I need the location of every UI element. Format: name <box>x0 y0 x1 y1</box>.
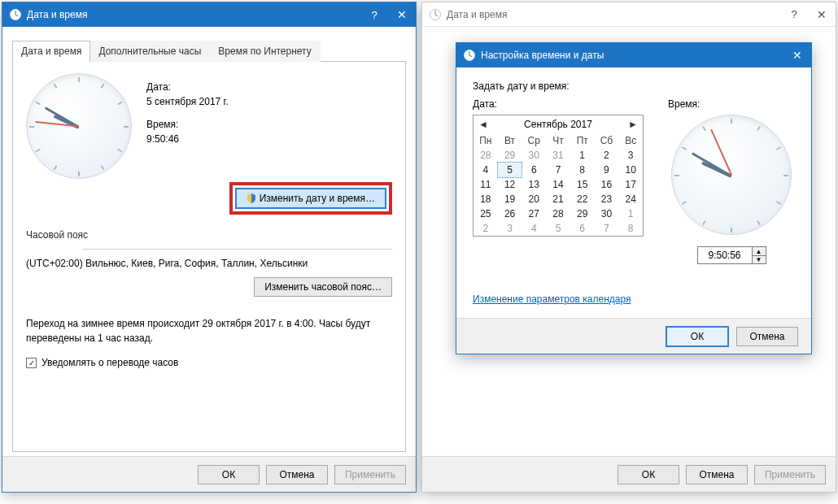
calendar-dow: Вт <box>498 133 522 148</box>
calendar-day[interactable]: 4 <box>522 221 546 236</box>
calendar-day[interactable]: 22 <box>570 192 595 206</box>
calendar-day[interactable]: 26 <box>498 206 522 221</box>
time-label: Время: <box>146 119 392 130</box>
timezone-section-title: Часовой пояс <box>26 229 88 241</box>
calendar-day[interactable]: 17 <box>618 177 643 192</box>
inner-dialog-titlebar: Настройка времени и даты ✕ <box>456 43 811 67</box>
tab-pane: Дата: 5 сентября 2017 г. Время: 9:50:46 … <box>12 62 406 452</box>
inner-dialog-title: Настройка времени и даты <box>481 50 783 61</box>
checkbox-icon: ✓ <box>26 358 37 368</box>
tab-row: Дата и время Дополнительные часы Время п… <box>12 40 406 62</box>
time-column-label: Время: <box>668 98 700 110</box>
calendar-day[interactable]: 5 <box>498 163 522 177</box>
calendar-day[interactable]: 15 <box>570 177 595 192</box>
calendar-day[interactable]: 16 <box>595 177 619 192</box>
date-time-window-left: Дата и время ? ✕ Дата и время Дополнител… <box>2 2 417 493</box>
time-input[interactable] <box>698 247 752 263</box>
calendar-day[interactable]: 8 <box>570 163 595 177</box>
change-timezone-button[interactable]: Изменить часовой пояс… <box>254 277 392 297</box>
calendar-day[interactable]: 1 <box>570 148 595 163</box>
cancel-button[interactable]: Отмена <box>686 465 748 484</box>
calendar-day[interactable]: 27 <box>522 206 546 221</box>
cancel-button[interactable]: Отмена <box>266 465 328 484</box>
calendar-day[interactable]: 3 <box>618 148 643 163</box>
spinner-up-button[interactable]: ▲ <box>753 247 766 255</box>
calendar-day[interactable]: 28 <box>546 206 570 221</box>
notify-checkbox-row[interactable]: ✓ Уведомлять о переводе часов <box>26 357 178 368</box>
analog-clock-right <box>671 115 792 235</box>
change-date-time-button-label: Изменить дату и время… <box>260 193 375 204</box>
dialog-footer-left: ОК Отмена Применить <box>2 456 416 492</box>
calendar-day[interactable]: 23 <box>595 192 619 206</box>
calendar-dow: Ср <box>522 133 546 148</box>
calendar-day[interactable]: 7 <box>546 163 570 177</box>
help-button[interactable]: ? <box>360 2 388 27</box>
ok-button[interactable]: ОК <box>666 327 728 346</box>
calendar-day[interactable]: 7 <box>595 221 619 236</box>
date-label: Дата: <box>146 81 392 93</box>
tab-date-time[interactable]: Дата и время <box>12 41 90 62</box>
prev-month-button[interactable]: ◄ <box>477 119 490 130</box>
calendar-day[interactable]: 30 <box>522 148 546 163</box>
dialog-footer-right: ОК Отмена Применить <box>422 456 836 492</box>
calendar-month-title[interactable]: Сентябрь 2017 <box>490 119 626 130</box>
calendar-dow: Вс <box>618 133 643 148</box>
calendar-day[interactable]: 31 <box>546 148 570 163</box>
calendar-day[interactable]: 2 <box>595 148 619 163</box>
calendar-day[interactable]: 21 <box>546 192 570 206</box>
time-spinner[interactable]: ▲ ▼ <box>697 246 766 264</box>
spinner-down-button[interactable]: ▼ <box>753 255 766 263</box>
section-divider <box>83 249 392 250</box>
calendar-day[interactable]: 12 <box>498 177 522 192</box>
calendar-day[interactable]: 2 <box>474 221 498 236</box>
window-title-right: Дата и время <box>447 9 780 20</box>
help-button[interactable]: ? <box>780 2 808 26</box>
calendar[interactable]: ◄ Сентябрь 2017 ► ПнВтСрЧтПтСбВс 2829303… <box>473 115 644 237</box>
calendar-dow: Пт <box>570 133 595 148</box>
timezone-value: (UTC+02:00) Вильнюс, Киев, Рига, София, … <box>26 258 392 269</box>
apply-button[interactable]: Применить <box>754 465 826 484</box>
calendar-day[interactable]: 14 <box>546 177 570 192</box>
calendar-day[interactable]: 1 <box>618 206 643 221</box>
calendar-day[interactable]: 4 <box>474 163 498 177</box>
calendar-day[interactable]: 9 <box>595 163 619 177</box>
calendar-day[interactable]: 25 <box>474 206 498 221</box>
close-button[interactable]: ✕ <box>388 2 416 27</box>
calendar-day[interactable]: 30 <box>595 206 619 221</box>
calendar-day[interactable]: 13 <box>522 177 546 192</box>
apply-button[interactable]: Применить <box>334 465 406 484</box>
date-column-label: Дата: <box>473 98 644 110</box>
calendar-day[interactable]: 20 <box>522 192 546 206</box>
dst-info: Переход на зимнее время происходит 29 ок… <box>26 316 392 345</box>
window-title-left: Дата и время <box>27 9 360 20</box>
calendar-day[interactable]: 18 <box>474 192 498 206</box>
calendar-day[interactable]: 8 <box>618 221 643 236</box>
ok-button[interactable]: ОК <box>198 465 260 484</box>
date-time-icon <box>463 49 476 62</box>
next-month-button[interactable]: ► <box>626 119 639 130</box>
close-button[interactable]: ✕ <box>783 43 811 67</box>
calendar-day[interactable]: 6 <box>570 221 595 236</box>
ok-button[interactable]: ОК <box>618 465 679 484</box>
date-value: 5 сентября 2017 г. <box>146 96 392 107</box>
calendar-day[interactable]: 3 <box>498 221 522 236</box>
tab-additional-clocks[interactable]: Дополнительные часы <box>89 41 210 62</box>
calendar-settings-link[interactable]: Изменение параметров календаря <box>473 293 631 305</box>
notify-checkbox-label: Уведомлять о переводе часов <box>41 357 178 368</box>
date-time-icon <box>9 8 22 21</box>
calendar-day[interactable]: 24 <box>618 192 643 206</box>
change-date-time-button[interactable]: Изменить дату и время… <box>236 189 386 208</box>
calendar-day[interactable]: 6 <box>522 163 546 177</box>
calendar-day[interactable]: 11 <box>474 177 498 192</box>
date-time-icon <box>429 8 442 21</box>
cancel-button[interactable]: Отмена <box>736 327 798 346</box>
calendar-day[interactable]: 19 <box>498 192 522 206</box>
calendar-day[interactable]: 5 <box>546 221 570 236</box>
close-button[interactable]: ✕ <box>808 2 836 26</box>
calendar-day[interactable]: 10 <box>618 163 643 177</box>
tab-internet-time[interactable]: Время по Интернету <box>209 41 320 62</box>
titlebar-left: Дата и время ? ✕ <box>2 2 416 27</box>
calendar-day[interactable]: 29 <box>570 206 595 221</box>
calendar-day[interactable]: 29 <box>498 148 522 163</box>
calendar-day[interactable]: 28 <box>474 148 498 163</box>
